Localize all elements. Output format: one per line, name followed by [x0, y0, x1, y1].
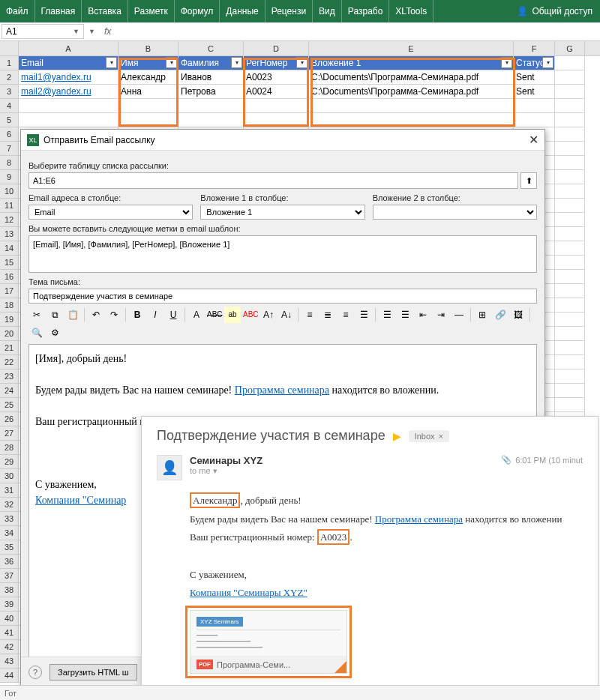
row-header[interactable]: 28 — [0, 441, 19, 455]
align-center-icon[interactable]: ≣ — [320, 307, 336, 323]
col-header-D[interactable]: D — [244, 41, 309, 55]
subject-input[interactable] — [28, 289, 537, 304]
row-header[interactable]: 39 — [0, 597, 19, 612]
copy-icon[interactable]: ⧉ — [46, 307, 63, 323]
bold-icon[interactable]: B — [129, 307, 146, 323]
close-icon[interactable]: ✕ — [529, 133, 538, 147]
table-icon[interactable]: ⊞ — [474, 307, 490, 323]
tab-data[interactable]: Данные — [220, 0, 265, 22]
fx-icon[interactable]: fx — [98, 26, 117, 37]
attachment2-select[interactable] — [373, 205, 537, 220]
tab-layout[interactable]: Разметк — [128, 0, 175, 22]
row-header[interactable]: 3 — [0, 85, 19, 99]
recipient[interactable]: to me ▾ — [190, 466, 262, 476]
highlight-color-icon[interactable]: ab — [224, 307, 241, 323]
table-row[interactable]: 4 — [0, 99, 600, 113]
row-header[interactable]: 10 — [0, 184, 19, 199]
col-header-G[interactable]: G — [555, 41, 585, 55]
row-header[interactable]: 12 — [0, 213, 19, 227]
tab-review[interactable]: Рецензи — [266, 0, 313, 22]
share-button[interactable]: 👤 Общий доступ — [509, 6, 600, 16]
row-header[interactable]: 16 — [0, 270, 19, 284]
label-icon[interactable]: ▶ — [393, 430, 401, 442]
indent-icon[interactable]: ⇥ — [433, 307, 449, 323]
row-header[interactable]: 43 — [0, 654, 19, 669]
row-header[interactable]: 29 — [0, 455, 19, 469]
table-header-surname[interactable]: Фамилия▾ — [178, 56, 244, 70]
redo-icon[interactable]: ↷ — [106, 307, 122, 323]
row-header[interactable]: 36 — [0, 555, 19, 569]
justify-icon[interactable]: ☰ — [356, 307, 372, 323]
col-header-A[interactable]: A — [19, 41, 118, 55]
row-header[interactable]: 30 — [0, 469, 19, 483]
outdent-icon[interactable]: ⇤ — [415, 307, 431, 323]
row-header[interactable]: 23 — [0, 369, 19, 384]
filter-icon[interactable]: ▾ — [542, 57, 554, 68]
row-header[interactable]: 6 — [0, 127, 19, 142]
row-header[interactable]: 21 — [0, 341, 19, 355]
row-header[interactable]: 41 — [0, 626, 19, 640]
table-header-regno[interactable]: РегНомер▾ — [244, 56, 309, 70]
tab-formulas[interactable]: Формул — [175, 0, 220, 22]
company-link[interactable]: Компания "Семинар — [35, 495, 126, 506]
underline-icon[interactable]: U — [165, 307, 182, 323]
row-header[interactable]: 27 — [0, 426, 19, 441]
paste-icon[interactable]: 📋 — [64, 307, 81, 323]
attachment1-select[interactable]: Вложение 1 — [200, 205, 364, 220]
table-header-name[interactable]: Имя▾ — [118, 56, 178, 70]
row-header[interactable]: 34 — [0, 526, 19, 540]
range-picker-button[interactable]: ⬆ — [520, 172, 537, 189]
name-box[interactable]: A1 ▼ — [2, 24, 84, 39]
filter-icon[interactable]: ▾ — [296, 57, 308, 68]
align-right-icon[interactable]: ≡ — [338, 307, 354, 323]
increase-font-icon[interactable]: A↑ — [260, 307, 277, 323]
col-header-E[interactable]: E — [309, 41, 514, 55]
link-icon[interactable]: 🔗 — [492, 307, 508, 323]
row-header[interactable]: 26 — [0, 412, 19, 426]
col-header-F[interactable]: F — [514, 41, 555, 55]
row-header[interactable]: 1 — [0, 56, 19, 70]
row-header[interactable]: 13 — [0, 227, 19, 241]
row-header[interactable]: 22 — [0, 355, 19, 369]
col-header-C[interactable]: C — [178, 41, 244, 55]
image-icon[interactable]: 🖼 — [510, 307, 526, 323]
row-header[interactable]: 38 — [0, 583, 19, 597]
chevron-down-icon[interactable]: ▼ — [86, 28, 98, 35]
range-input[interactable] — [28, 172, 518, 189]
row-header[interactable]: 24 — [0, 384, 19, 398]
filter-icon[interactable]: ▾ — [166, 57, 177, 68]
tab-xltools[interactable]: XLTools — [389, 0, 434, 22]
row-header[interactable]: 44 — [0, 669, 19, 683]
font-icon[interactable]: A — [188, 307, 205, 323]
close-icon[interactable]: × — [439, 432, 443, 441]
select-all-corner[interactable] — [0, 41, 19, 55]
filter-icon[interactable]: ▾ — [106, 57, 117, 68]
table-header-status[interactable]: Статус▾ — [514, 56, 555, 70]
italic-icon[interactable]: I — [147, 307, 164, 323]
row-header[interactable]: 11 — [0, 199, 19, 213]
help-icon[interactable]: ? — [28, 666, 42, 679]
company-link[interactable]: Компания "Семинары XYZ" — [190, 587, 308, 598]
tab-file[interactable]: Файл — [0, 0, 35, 22]
table-header-attachment[interactable]: Вложение 1▾ — [309, 56, 514, 70]
table-header-email[interactable]: Email▾ — [19, 56, 118, 70]
decrease-font-icon[interactable]: A↓ — [278, 307, 295, 323]
row-header[interactable]: 14 — [0, 241, 19, 256]
row-header[interactable]: 17 — [0, 284, 19, 298]
row-header[interactable]: 18 — [0, 298, 19, 313]
font-color-icon[interactable]: ABC — [242, 307, 259, 323]
undo-icon[interactable]: ↶ — [88, 307, 104, 323]
program-link[interactable]: Программа семинара — [375, 513, 463, 525]
filter-icon[interactable]: ▾ — [231, 57, 242, 68]
tab-view[interactable]: Вид — [313, 0, 342, 22]
email-column-select[interactable]: Email — [28, 205, 193, 220]
row-header[interactable]: 20 — [0, 327, 19, 341]
strikethrough-icon[interactable]: ABC — [206, 307, 223, 323]
program-link[interactable]: Программа семинара — [235, 384, 329, 396]
load-html-button[interactable]: Загрузить HTML ш — [50, 664, 137, 681]
row-header[interactable]: 2 — [0, 70, 19, 85]
col-header-B[interactable]: B — [118, 41, 178, 55]
row-header[interactable]: 9 — [0, 170, 19, 184]
row-header[interactable]: 4 — [0, 99, 19, 113]
filter-icon[interactable]: ▾ — [501, 57, 512, 68]
